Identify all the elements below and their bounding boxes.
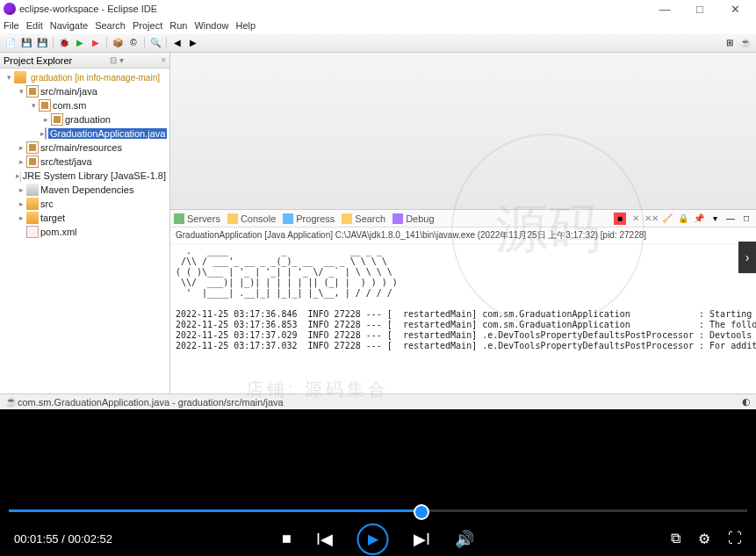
tab-debug[interactable]: Debug [392, 213, 434, 224]
tab-label: Servers [187, 213, 220, 224]
pkg-icon [39, 99, 51, 112]
settings-button[interactable]: ⚙ [698, 531, 710, 547]
tree-item[interactable]: ▸src [0, 197, 169, 211]
tab-console[interactable]: Console [227, 213, 276, 224]
tree-item[interactable]: ▸graduation [0, 112, 169, 126]
eclipse-ide-window: eclipse-workspace - Eclipse IDE — □ ✕ Fi… [0, 0, 756, 409]
project-explorer-panel: Project Explorer ⊟ ▾ × ▾graduation[in in… [0, 53, 170, 394]
tab-servers[interactable]: Servers [174, 213, 220, 224]
display-console-button[interactable]: ▾ [709, 213, 721, 225]
min-console-button[interactable]: — [724, 213, 737, 225]
volume-button[interactable]: 🔊 [455, 530, 474, 549]
run-ext-button[interactable]: ▶ [89, 36, 103, 50]
menu-help[interactable]: Help [236, 20, 256, 31]
tree-item[interactable]: pom.xml [0, 225, 169, 239]
fullscreen-button[interactable]: ⛶ [728, 531, 742, 547]
remove-launch-button[interactable]: ✕ [630, 213, 642, 225]
servers-icon [174, 213, 184, 224]
jar-icon [20, 170, 21, 182]
pin-console-button[interactable]: 📌 [693, 213, 705, 225]
maximize-button[interactable]: □ [682, 3, 717, 16]
scroll-lock-button[interactable]: 🔒 [677, 213, 689, 225]
tree-label: JRE System Library [JavaSE-1.8] [23, 170, 166, 181]
debug-button[interactable]: 🐞 [57, 36, 71, 50]
tree-item[interactable]: ▸target [0, 211, 169, 225]
pip-button[interactable]: ⧉ [671, 531, 680, 547]
tree-workingset-label: [in info-manage-main] [75, 73, 160, 83]
new-button[interactable]: 📄 [4, 36, 18, 50]
menu-run[interactable]: Run [169, 20, 187, 31]
search-icon [342, 213, 352, 224]
tree-label: graduation [31, 73, 72, 83]
tree-twist-icon[interactable]: ▸ [16, 213, 26, 222]
tree-label: pom.xml [40, 227, 77, 237]
java-perspective-icon[interactable]: ☕ [738, 36, 752, 50]
terminate-button[interactable]: ■ [614, 213, 626, 225]
time-display: 00:01:55 / 00:02:52 [14, 532, 112, 545]
run-button[interactable]: ▶ [73, 36, 87, 50]
menu-search[interactable]: Search [95, 20, 126, 31]
status-heap-icon[interactable]: ◐ [742, 396, 751, 408]
xml-icon [26, 226, 39, 238]
minimize-button[interactable]: — [647, 3, 682, 16]
clear-console-button[interactable]: 🧹 [661, 213, 673, 225]
panel-close-button[interactable]: × [161, 55, 166, 65]
tree-twist-icon[interactable]: ▾ [16, 87, 26, 96]
tree-label: graduation [65, 114, 111, 125]
tab-label: Search [355, 213, 385, 224]
new-pkg-button[interactable]: 📦 [111, 36, 125, 50]
pkg-icon [51, 113, 63, 126]
back-button[interactable]: ◀ [170, 36, 184, 50]
tree-item[interactable]: ▸Maven Dependencies [0, 183, 169, 197]
progress-bar[interactable] [9, 509, 747, 512]
search-button[interactable]: 🔍 [148, 36, 162, 50]
pkg-icon [26, 141, 39, 154]
tree-item[interactable]: ▾graduation[in info-manage-main] [0, 70, 169, 84]
tree-twist-icon[interactable]: ▸ [16, 185, 26, 194]
menu-navigate[interactable]: Navigate [50, 20, 88, 31]
perspective-button[interactable]: ⊞ [723, 36, 737, 50]
titlebar[interactable]: eclipse-workspace - Eclipse IDE — □ ✕ [0, 0, 756, 18]
panel-collapse-button[interactable]: ⊟ ▾ [110, 55, 124, 65]
window-title: eclipse-workspace - Eclipse IDE [19, 4, 157, 14]
tree-item[interactable]: ▸src/test/java [0, 155, 169, 169]
next-button[interactable]: ▶I [414, 530, 430, 549]
close-button[interactable]: ✕ [717, 3, 752, 16]
save-button[interactable]: 💾 [19, 36, 33, 50]
tree-item[interactable]: ▾src/main/java [0, 84, 169, 98]
tree-item[interactable]: ▾com.sm [0, 98, 169, 112]
tree-twist-icon[interactable]: ▾ [4, 73, 14, 82]
tree-twist-icon[interactable]: ▾ [28, 101, 39, 110]
tree-item[interactable]: ▸src/main/resources [0, 141, 169, 155]
tree-twist-icon[interactable]: ▸ [16, 157, 26, 166]
console-output[interactable]: . ____ _ __ _ _ /\\ / ___'_ __ _ _(_)_ _… [170, 244, 756, 394]
stop-button[interactable]: ■ [282, 530, 292, 548]
remove-all-button[interactable]: ✕✕ [645, 213, 658, 225]
menu-project[interactable]: Project [133, 20, 162, 31]
project-tree: ▾graduation[in info-manage-main]▾src/mai… [0, 69, 169, 394]
save-all-button[interactable]: 💾 [35, 36, 49, 50]
tab-search[interactable]: Search [342, 213, 385, 224]
tree-twist-icon[interactable]: ▸ [16, 143, 26, 152]
tree-item[interactable]: ▸JRE System Library [JavaSE-1.8] [0, 169, 169, 183]
prev-button[interactable]: I◀ [316, 530, 333, 549]
max-console-button[interactable]: □ [740, 213, 752, 225]
eclipse-icon [4, 3, 16, 15]
tree-twist-icon[interactable]: ▸ [16, 199, 26, 208]
new-class-button[interactable]: © [126, 36, 140, 50]
pkg-icon [26, 155, 39, 168]
play-button[interactable]: ▶ [357, 524, 389, 555]
menu-window[interactable]: Window [194, 20, 228, 31]
menu-file[interactable]: File [4, 20, 19, 31]
menu-edit[interactable]: Edit [26, 20, 43, 31]
panel-title: Project Explorer [4, 55, 72, 66]
tree-item[interactable]: ▸GraduationApplication.java [0, 126, 169, 141]
tree-twist-icon[interactable]: ▸ [40, 115, 51, 124]
forward-button[interactable]: ▶ [186, 36, 200, 50]
folder-icon [26, 198, 39, 210]
tab-progress[interactable]: Progress [283, 213, 335, 224]
tree-label: src/test/java [40, 156, 92, 167]
expand-sidebar-button[interactable]: › [738, 242, 756, 273]
jar-icon [26, 184, 39, 196]
editor-area[interactable]: › 源码 YUAN MA JI HE [170, 53, 756, 209]
